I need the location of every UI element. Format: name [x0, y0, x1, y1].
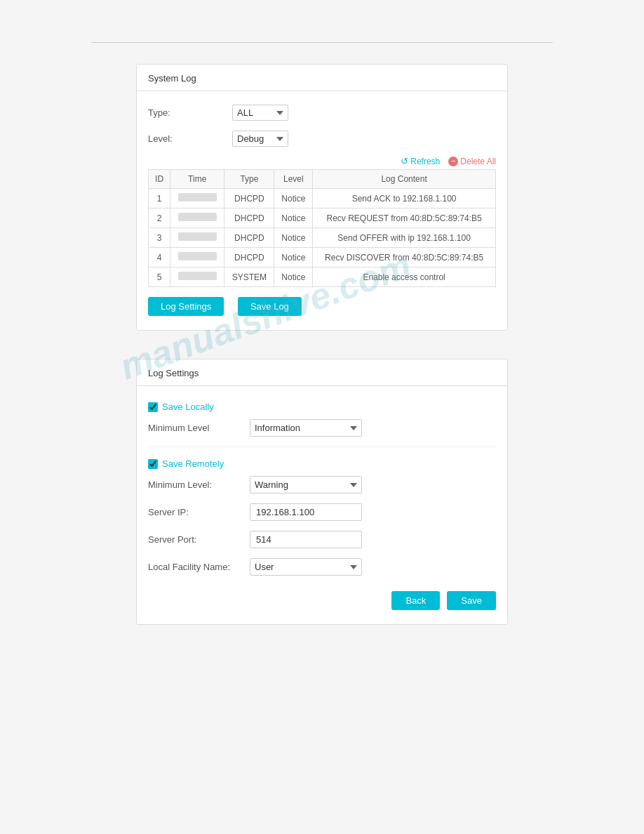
log-table: ID Time Type Level Log Content 1DHCPDNot…: [148, 169, 496, 287]
cell-time: [170, 189, 224, 208]
local-facility-control: User Local0 Local1 Local2 Local3: [250, 558, 496, 576]
table-row: 5SYSTEMNoticeEnable access control: [149, 267, 496, 287]
back-button[interactable]: Back: [391, 591, 440, 610]
log-settings-panel: Log Settings Save Locally Minimum Level …: [136, 359, 508, 625]
cell-content: Enable access control: [313, 267, 496, 287]
save-remotely-checkbox[interactable]: [148, 459, 158, 469]
cell-content: Recv DISCOVER from 40:8D:5C:89:74:B5: [313, 248, 496, 267]
save-locally-checkbox[interactable]: [148, 402, 158, 412]
col-time: Time: [170, 170, 224, 189]
min-level-remote-row: Minimum Level: Debug Notice Information …: [137, 472, 507, 498]
system-log-title: System Log: [137, 65, 507, 91]
cell-id: 2: [149, 208, 170, 228]
server-ip-label: Server IP:: [148, 507, 250, 517]
time-blur: [178, 272, 217, 280]
cell-time: [170, 228, 224, 248]
level-select[interactable]: Debug Notice Information Warning Error: [232, 131, 288, 147]
time-blur: [178, 232, 217, 241]
cell-content: Send OFFER with ip 192.168.1.100: [313, 228, 496, 248]
time-blur: [178, 193, 217, 201]
cell-level: Notice: [274, 208, 313, 228]
refresh-label: Refresh: [410, 157, 440, 166]
cell-type: SYSTEM: [224, 267, 274, 287]
cell-type: DHCPD: [224, 248, 274, 267]
cell-type: DHCPD: [224, 189, 274, 208]
save-log-button[interactable]: Save Log: [238, 297, 302, 316]
delete-icon: −: [448, 157, 458, 166]
min-level-local-label: Minimum Level: [148, 423, 250, 433]
min-level-local-select[interactable]: Debug Notice Information Warning Error: [250, 419, 362, 437]
cell-time: [170, 248, 224, 267]
min-level-local-row: Minimum Level Debug Notice Information W…: [137, 415, 507, 441]
table-row: 4DHCPDNoticeRecv DISCOVER from 40:8D:5C:…: [149, 248, 496, 267]
save-remotely-label: Save Remotely: [162, 458, 224, 469]
server-port-control: [250, 531, 496, 548]
table-row: 2DHCPDNoticeRecv REQUEST from 40:8D:5C:8…: [149, 208, 496, 228]
type-label: Type:: [148, 107, 232, 118]
cell-content: Send ACK to 192.168.1.100: [313, 189, 496, 208]
section-divider: [148, 446, 496, 447]
level-label: Level:: [148, 133, 232, 144]
table-header-row: ID Time Type Level Log Content: [149, 170, 496, 189]
level-row: Level: Debug Notice Information Warning …: [137, 127, 507, 150]
cell-type: DHCPD: [224, 228, 274, 248]
table-row: 1DHCPDNoticeSend ACK to 192.168.1.100: [149, 189, 496, 208]
min-level-remote-label: Minimum Level:: [148, 479, 250, 490]
save-locally-label: Save Locally: [162, 402, 214, 412]
level-control: Debug Notice Information Warning Error: [232, 131, 496, 147]
min-level-remote-control: Debug Notice Information Warning Error: [250, 476, 496, 494]
local-facility-label: Local Facility Name:: [148, 562, 250, 572]
server-ip-row: Server IP:: [137, 499, 507, 525]
col-content: Log Content: [313, 170, 496, 189]
server-port-row: Server Port:: [137, 527, 507, 552]
save-locally-row: Save Locally: [137, 396, 507, 415]
server-port-label: Server Port:: [148, 534, 250, 545]
top-divider: [91, 42, 553, 43]
system-log-panel: System Log Type: ALL DHCPD SYSTEM Level:…: [136, 64, 508, 331]
cell-time: [170, 267, 224, 287]
cell-level: Notice: [274, 189, 313, 208]
refresh-icon: ↺: [401, 156, 408, 166]
log-settings-button[interactable]: Log Settings: [148, 297, 224, 316]
time-blur: [178, 213, 217, 221]
local-facility-select[interactable]: User Local0 Local1 Local2 Local3: [250, 558, 362, 576]
refresh-button[interactable]: ↺ Refresh: [401, 156, 440, 166]
page-container: System Log Type: ALL DHCPD SYSTEM Level:…: [0, 0, 644, 834]
min-level-local-control: Debug Notice Information Warning Error: [250, 419, 496, 437]
delete-all-label: Delete All: [460, 157, 496, 166]
time-blur: [178, 252, 217, 260]
server-ip-input[interactable]: [250, 503, 362, 521]
type-select[interactable]: ALL DHCPD SYSTEM: [232, 105, 288, 121]
cell-id: 3: [149, 228, 170, 248]
cell-type: DHCPD: [224, 208, 274, 228]
cell-id: 5: [149, 267, 170, 287]
col-type: Type: [224, 170, 274, 189]
server-port-input[interactable]: [250, 531, 362, 548]
min-level-remote-select[interactable]: Debug Notice Information Warning Error: [250, 476, 362, 494]
type-control: ALL DHCPD SYSTEM: [232, 105, 496, 121]
cell-id: 4: [149, 248, 170, 267]
col-level: Level: [274, 170, 313, 189]
save-remotely-row: Save Remotely: [137, 453, 507, 472]
cell-id: 1: [149, 189, 170, 208]
col-id: ID: [149, 170, 170, 189]
cell-time: [170, 208, 224, 228]
save-button[interactable]: Save: [447, 591, 496, 610]
type-row: Type: ALL DHCPD SYSTEM: [137, 101, 507, 124]
cell-content: Recv REQUEST from 40:8D:5C:89:74:B5: [313, 208, 496, 228]
bottom-buttons: Back Save: [137, 581, 507, 610]
server-ip-control: [250, 503, 496, 521]
cell-level: Notice: [274, 267, 313, 287]
table-row: 3DHCPDNoticeSend OFFER with ip 192.168.1…: [149, 228, 496, 248]
log-settings-title: Log Settings: [137, 359, 507, 386]
cell-level: Notice: [274, 228, 313, 248]
cell-level: Notice: [274, 248, 313, 267]
delete-all-button[interactable]: − Delete All: [448, 157, 496, 166]
log-toolbar: ↺ Refresh − Delete All: [137, 153, 507, 169]
local-facility-row: Local Facility Name: User Local0 Local1 …: [137, 554, 507, 580]
